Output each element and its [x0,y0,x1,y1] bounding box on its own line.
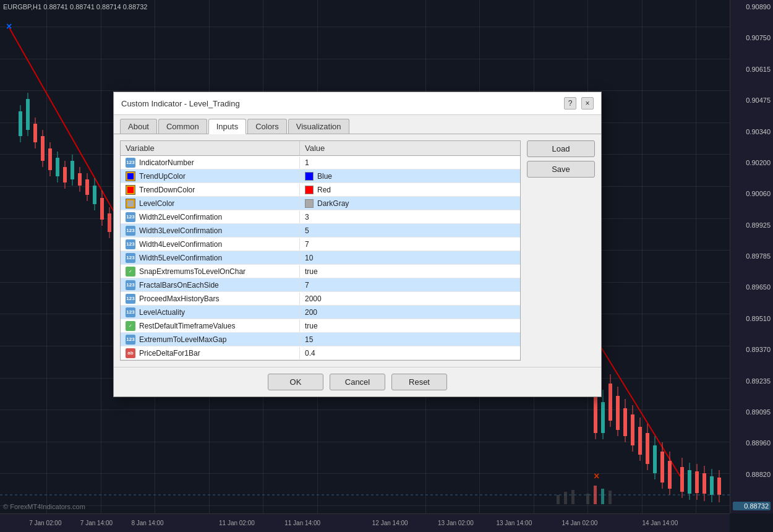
close-button[interactable]: × [581,97,594,109]
time-label: 8 Jan 14:00 [131,520,163,526]
time-label: 14 Jan 02:00 [562,520,598,526]
row-value: true [300,320,520,332]
table-row[interactable]: 123 IndicatorNumber 1 [121,156,520,169]
row-value: 5 [300,225,520,236]
row-variable: 123 Width4LevelConfirmation [121,238,300,251]
row-value: 15 [300,334,520,345]
price-label: 0.90615 [733,66,771,73]
time-label: 11 Jan 14:00 [284,520,320,526]
row-value: 7 [300,280,520,291]
tab-colors[interactable]: Colors [247,119,287,134]
row-variable: 123 ExtremumToLevelMaxGap [121,333,300,346]
ok-button[interactable]: OK [268,374,323,390]
current-price-label: 0.88732 [733,502,771,510]
row-variable: 123 FractalBarsOnEachSide [121,279,300,291]
tab-common[interactable]: Common [158,119,207,134]
icon-ab: ab [126,348,135,358]
table-row[interactable]: LevelColor DarkGray [121,197,520,210]
icon-color-swatch [126,171,135,181]
tab-inputs[interactable]: Inputs [208,119,246,134]
price-label: 0.90890 [733,3,771,11]
icon-123: 123 [126,335,135,345]
color-preview [305,172,314,181]
column-value: Value [300,141,520,155]
row-variable: 123 Width3LevelConfirmation [121,225,300,237]
table-row[interactable]: 123 Width4LevelConfirmation 7 [121,238,520,251]
color-preview [305,199,314,208]
dialog-controls: ? × [564,97,594,109]
tab-visualization[interactable]: Visualization [288,119,349,134]
row-variable: LevelColor [121,197,300,210]
icon-123: 123 [126,307,135,317]
icon-123: 123 [126,212,135,222]
dialog-titlebar: Custom Indicator - Level_Trading ? × [114,92,601,115]
table-row[interactable]: ✓ SnapExtremumsToLevelOnChar true [121,265,520,278]
icon-snap: ✓ [126,321,135,331]
table-row[interactable]: 123 ProceedMaxHistoryBars 2000 [121,292,520,306]
row-variable: ✓ RestDefaultTimeframeValues [121,320,300,332]
table-row[interactable]: TrendUpColor Blue [121,169,520,183]
svg-text:×: × [6,21,12,32]
icon-123: 123 [126,158,135,168]
color-preview [305,186,314,194]
dialog-title: Custom Indicator - Level_Trading [121,99,240,108]
reset-button[interactable]: Reset [391,374,447,390]
table-row[interactable]: 123 ExtremumToLevelMaxGap 15 [121,333,520,346]
time-label: 13 Jan 14:00 [496,520,532,526]
row-variable: TrendDownColor [121,184,300,196]
svg-rect-96 [571,490,574,504]
time-label: 11 Jan 02:00 [219,520,255,526]
help-button[interactable]: ? [564,97,576,109]
row-value: 0.4 [300,348,520,359]
svg-rect-97 [586,494,589,504]
row-value: Red [300,184,520,195]
tab-about[interactable]: About [120,119,157,134]
row-value: 7 [300,239,520,250]
row-value: 10 [300,252,520,264]
row-variable: 123 Width5LevelConfirmation [121,252,300,264]
icon-snap: ✓ [126,267,135,277]
icon-123: 123 [126,226,135,236]
price-label: 0.90200 [733,159,771,166]
icon-123: 123 [126,253,135,263]
dialog-tabs: About Common Inputs Colors Visualization [114,115,601,134]
time-label: 12 Jan 14:00 [372,520,408,526]
price-label: 0.89235 [733,377,771,385]
row-value: 200 [300,307,520,318]
row-value: DarkGray [300,198,520,209]
table-row[interactable]: 123 FractalBarsOnEachSide 7 [121,278,520,292]
inputs-table: Variable Value 123 IndicatorNumber 1 [120,140,521,361]
price-label: 0.89925 [733,221,771,229]
price-label: 0.88820 [733,471,771,478]
time-label: 7 Jan 02:00 [29,520,61,526]
table-row[interactable]: 123 LevelActuality 200 [121,306,520,319]
table-row[interactable]: ab PriceDeltaFor1Bar 0.4 [121,346,520,360]
svg-rect-100 [609,491,612,504]
row-variable: 123 IndicatorNumber [121,157,300,169]
table-row[interactable]: 123 Width3LevelConfirmation 5 [121,224,520,238]
save-button[interactable]: Save [527,161,595,178]
table-row[interactable]: ✓ RestDefaultTimeframeValues true [121,319,520,333]
row-variable: TrendUpColor [121,170,300,182]
table-header: Variable Value [121,141,520,156]
cancel-button[interactable]: Cancel [330,374,385,390]
price-label: 0.89785 [733,252,771,260]
dialog-footer: OK Cancel Reset [114,367,601,397]
table-row[interactable]: TrendDownColor Red [121,183,520,197]
table-row[interactable]: 123 Width2LevelConfirmation 3 [121,210,520,224]
price-label: 0.89370 [733,346,771,353]
svg-rect-98 [594,486,597,504]
svg-text:×: × [594,471,599,481]
time-label: 14 Jan 14:00 [642,520,678,526]
dialog: Custom Indicator - Level_Trading ? × Abo… [113,92,602,397]
table-row[interactable]: 123 Width5LevelConfirmation 10 [121,251,520,265]
load-button[interactable]: Load [527,140,595,157]
icon-123: 123 [126,294,135,304]
row-variable: 123 Width2LevelConfirmation [121,211,300,223]
icon-color-swatch [126,199,135,208]
side-buttons: Load Save [521,140,595,361]
row-variable: 123 LevelActuality [121,306,300,319]
row-variable: ab PriceDeltaFor1Bar [121,347,300,359]
row-variable: 123 ProceedMaxHistoryBars [121,293,300,305]
price-label: 0.89095 [733,408,771,416]
